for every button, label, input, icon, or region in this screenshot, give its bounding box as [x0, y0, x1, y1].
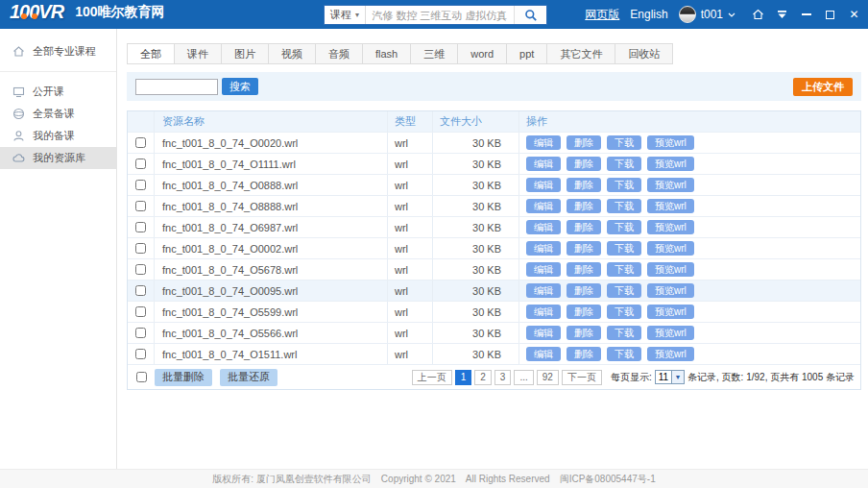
row-actions: 编辑删除下载预览wrl	[519, 323, 860, 343]
english-link[interactable]: English	[630, 8, 667, 21]
preview-wrl-button[interactable]: 预览wrl	[647, 347, 694, 361]
edit-button[interactable]: 编辑	[526, 157, 561, 171]
preview-wrl-button[interactable]: 预览wrl	[647, 262, 694, 277]
row-actions: 编辑删除下载预览wrl	[519, 217, 860, 237]
preview-wrl-button[interactable]: 预览wrl	[647, 157, 694, 171]
global-search-input[interactable]	[366, 6, 514, 24]
delete-button[interactable]: 删除	[567, 305, 601, 319]
download-button[interactable]: 下载	[607, 305, 641, 319]
delete-button[interactable]: 删除	[567, 157, 601, 171]
edit-button[interactable]: 编辑	[526, 262, 561, 277]
sidebar-item-panorama-prep[interactable]: 全景备课	[0, 103, 116, 125]
tab-ppt[interactable]: ppt	[507, 43, 547, 64]
tab-flash[interactable]: flash	[363, 43, 411, 64]
row-checkbox[interactable]	[135, 159, 146, 169]
download-button[interactable]: 下载	[607, 178, 641, 192]
page-ellipsis[interactable]: ...	[514, 370, 533, 385]
page-button-3[interactable]: 3	[494, 370, 512, 385]
home-icon[interactable]	[752, 9, 764, 21]
download-button[interactable]: 下载	[607, 326, 641, 340]
batch-delete-button[interactable]: 批量删除	[155, 369, 212, 386]
sidebar-item-my-prep[interactable]: 我的备课	[0, 125, 116, 147]
preview-wrl-button[interactable]: 预览wrl	[647, 326, 694, 340]
global-search-button[interactable]	[514, 6, 546, 24]
edit-button[interactable]: 编辑	[526, 220, 561, 234]
edit-button[interactable]: 编辑	[526, 326, 561, 340]
row-checkbox[interactable]	[135, 201, 146, 211]
download-button[interactable]: 下载	[607, 199, 641, 213]
delete-button[interactable]: 删除	[567, 262, 601, 277]
preview-wrl-button[interactable]: 预览wrl	[647, 135, 694, 150]
preview-wrl-button[interactable]: 预览wrl	[647, 283, 694, 298]
edit-button[interactable]: 编辑	[526, 283, 561, 298]
edit-button[interactable]: 编辑	[526, 241, 561, 256]
sidebar-item-open-course[interactable]: 公开课	[0, 81, 116, 103]
tab-audio[interactable]: 音频	[316, 43, 363, 64]
dropdown-tray-icon[interactable]	[776, 9, 788, 21]
tab-3d[interactable]: 三维	[411, 43, 458, 64]
download-button[interactable]: 下载	[607, 347, 641, 361]
maximize-button[interactable]	[824, 9, 836, 21]
row-checkbox[interactable]	[135, 264, 146, 275]
row-checkbox[interactable]	[135, 306, 146, 317]
edit-button[interactable]: 编辑	[526, 347, 561, 361]
tab-all[interactable]: 全部	[127, 43, 175, 64]
close-button[interactable]: ✕	[848, 9, 860, 21]
row-checkbox[interactable]	[135, 285, 146, 296]
page-size-select[interactable]: 11 ▼	[655, 370, 685, 384]
sidebar-item-my-resources[interactable]: 我的资源库	[0, 147, 116, 169]
row-checkbox[interactable]	[135, 243, 146, 254]
filter-search-button[interactable]: 搜索	[222, 78, 258, 95]
download-button[interactable]: 下载	[607, 283, 641, 298]
delete-button[interactable]: 删除	[567, 326, 601, 340]
page-button-92[interactable]: 92	[537, 370, 559, 385]
row-checkbox[interactable]	[135, 349, 146, 359]
tab-images[interactable]: 图片	[222, 43, 269, 64]
filter-search-input[interactable]	[135, 79, 218, 95]
resource-name: fnc_t001_8_0_74_O5678.wrl	[155, 259, 388, 280]
preview-wrl-button[interactable]: 预览wrl	[647, 178, 694, 192]
web-version-link[interactable]: 网页版	[585, 7, 619, 23]
download-button[interactable]: 下载	[607, 135, 641, 150]
tab-recycle-bin[interactable]: 回收站	[615, 43, 673, 64]
preview-wrl-button[interactable]: 预览wrl	[647, 220, 694, 234]
prev-page-button[interactable]: 上一页	[412, 370, 452, 385]
minimize-button[interactable]	[800, 9, 812, 21]
page-button-1[interactable]: 1	[455, 370, 472, 385]
edit-button[interactable]: 编辑	[526, 199, 561, 213]
edit-button[interactable]: 编辑	[526, 135, 561, 150]
select-all-checkbox[interactable]	[136, 372, 147, 382]
batch-restore-button[interactable]: 批量还原	[220, 369, 277, 386]
download-button[interactable]: 下载	[607, 220, 641, 234]
download-button[interactable]: 下载	[607, 241, 641, 256]
row-checkbox[interactable]	[135, 180, 146, 190]
delete-button[interactable]: 删除	[567, 220, 601, 234]
delete-button[interactable]: 删除	[567, 347, 601, 361]
edit-button[interactable]: 编辑	[526, 305, 561, 319]
logo[interactable]: 100VR 100唯尔教育网	[10, 1, 165, 23]
delete-button[interactable]: 删除	[567, 199, 601, 213]
delete-button[interactable]: 删除	[567, 283, 601, 298]
user-menu[interactable]: t001	[679, 6, 735, 23]
upload-file-button[interactable]: 上传文件	[793, 78, 853, 96]
preview-wrl-button[interactable]: 预览wrl	[647, 199, 694, 213]
tab-courseware[interactable]: 课件	[175, 43, 222, 64]
row-checkbox[interactable]	[135, 137, 146, 148]
row-checkbox[interactable]	[135, 328, 146, 338]
delete-button[interactable]: 删除	[567, 178, 601, 192]
next-page-button[interactable]: 下一页	[562, 370, 602, 385]
download-button[interactable]: 下载	[607, 157, 641, 171]
row-checkbox[interactable]	[135, 222, 146, 232]
delete-button[interactable]: 删除	[567, 135, 601, 150]
edit-button[interactable]: 编辑	[526, 178, 561, 192]
preview-wrl-button[interactable]: 预览wrl	[647, 241, 694, 256]
tab-other-files[interactable]: 其它文件	[547, 43, 615, 64]
delete-button[interactable]: 删除	[567, 241, 601, 256]
search-category-dropdown[interactable]: 课程 ▾	[325, 6, 366, 24]
tab-word[interactable]: word	[458, 43, 507, 64]
tab-videos[interactable]: 视频	[269, 43, 316, 64]
page-button-2[interactable]: 2	[474, 370, 492, 385]
sidebar-item-all-courses[interactable]: 全部专业课程	[0, 40, 116, 62]
download-button[interactable]: 下载	[607, 262, 641, 277]
preview-wrl-button[interactable]: 预览wrl	[647, 305, 694, 319]
